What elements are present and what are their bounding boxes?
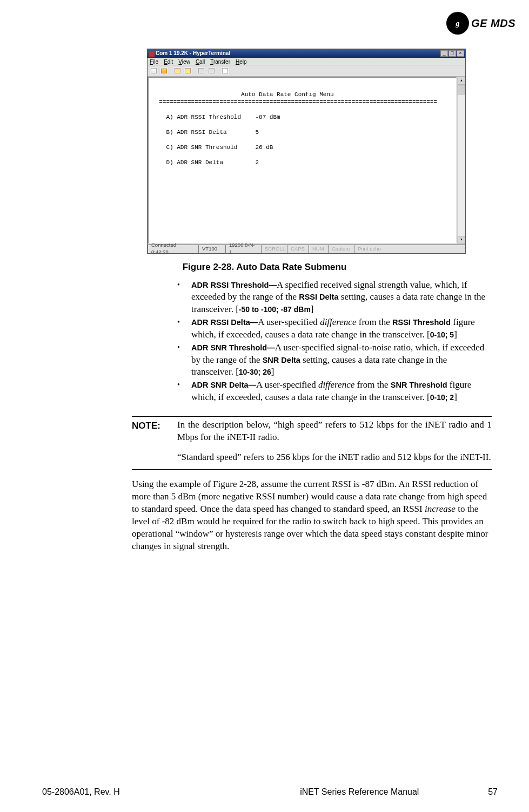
- list-item: •ADR SNR Delta—A user-specified differen…: [177, 379, 491, 403]
- minimize-button[interactable]: _: [440, 50, 448, 57]
- note-rule-top: [132, 416, 492, 417]
- bullet-icon: •: [177, 316, 191, 341]
- page-footer: 05-2806A01, Rev. H iNET Series Reference…: [0, 786, 529, 798]
- param-range: 0-10; 2: [430, 393, 454, 402]
- disconnect-icon[interactable]: [183, 66, 192, 75]
- emphasis: increase: [425, 504, 456, 514]
- svg-text:g: g: [456, 19, 460, 28]
- note-block: NOTE: In the description below, “high sp…: [132, 419, 492, 464]
- scrollbar[interactable]: ▴ ▾: [457, 77, 465, 244]
- menubar: File Edit View Call Transfer Help: [148, 58, 465, 65]
- open-icon[interactable]: [159, 66, 169, 75]
- window-title: Com 1 19.2K - HyperTerminal: [156, 50, 230, 57]
- scroll-up-icon[interactable]: ▴: [458, 77, 465, 85]
- param-range: 10-30; 26: [239, 368, 271, 376]
- bullet-icon: •: [177, 342, 191, 378]
- scroll-thumb[interactable]: [458, 85, 465, 94]
- note-p2: “Standard speed” refers to 256 kbps for …: [177, 451, 492, 464]
- list-item: •ADR SNR Threshold—A user-specified sign…: [177, 342, 491, 378]
- status-scroll: SCROLL: [261, 245, 287, 253]
- brand-logo: g GE MDS: [446, 12, 515, 35]
- status-num: NUM: [309, 245, 328, 253]
- figure-caption: Figure 2-28. Auto Data Rate Submenu: [0, 261, 529, 274]
- param-range: 0-10; 5: [430, 330, 454, 339]
- bullet-body: ADR RSSI Threshold—A specified received …: [191, 279, 491, 315]
- toolbar: [148, 65, 465, 77]
- bullet-icon: •: [177, 379, 191, 403]
- properties-icon[interactable]: [220, 66, 230, 75]
- status-connected: Connected 0:42:28: [148, 245, 198, 253]
- param-name: ADR SNR Delta—: [191, 381, 256, 389]
- menu-transfer[interactable]: Transfer: [210, 58, 230, 64]
- bullet-body: ADR RSSI Delta—A user-specified differen…: [191, 316, 491, 341]
- status-port: 19200 8-N-1: [225, 245, 261, 253]
- window-titlebar[interactable]: Com 1 19.2K - HyperTerminal _ □ ×: [148, 49, 465, 58]
- status-capture: Capture: [328, 245, 354, 253]
- note-rule-bottom: [132, 469, 492, 470]
- menu-view[interactable]: View: [178, 58, 190, 64]
- scroll-down-icon[interactable]: ▾: [458, 236, 465, 244]
- close-button[interactable]: ×: [457, 50, 464, 57]
- brand-text: GE MDS: [471, 16, 515, 31]
- emphasis: difference: [318, 380, 354, 390]
- body-paragraph: Using the example of Figure 2-28, assume…: [132, 478, 492, 553]
- receive-icon[interactable]: [207, 66, 216, 75]
- note-label: NOTE:: [132, 419, 177, 464]
- emphasis: difference: [320, 317, 356, 327]
- param-name: ADR RSSI Threshold—: [191, 281, 277, 289]
- statusbar: Connected 0:42:28 VT100 19200 8-N-1 SCRO…: [148, 244, 465, 253]
- param-ref: SNR Delta: [263, 356, 300, 364]
- note-body: In the description below, “high speed” r…: [177, 419, 492, 464]
- app-icon: [149, 51, 155, 57]
- bullet-body: ADR SNR Delta—A user-specified differenc…: [191, 379, 491, 403]
- param-range: -50 to -100; -87 dBm: [239, 305, 311, 314]
- ge-monogram-icon: g: [446, 12, 469, 35]
- list-item: •ADR RSSI Delta—A user-specified differe…: [177, 316, 491, 341]
- menu-help[interactable]: Help: [236, 58, 247, 64]
- status-echo: Print echo: [354, 245, 465, 253]
- connect-icon[interactable]: [173, 66, 182, 75]
- new-icon[interactable]: [149, 66, 158, 75]
- parameter-list: •ADR RSSI Threshold—A specified received…: [177, 279, 491, 403]
- bullet-body: ADR SNR Threshold—A user-specified signa…: [191, 342, 491, 378]
- param-ref: RSSI Delta: [299, 293, 338, 301]
- footer-doc-id: 05-2806A01, Rev. H: [42, 786, 254, 798]
- bullet-icon: •: [177, 279, 191, 315]
- footer-page: 57: [465, 786, 498, 798]
- param-name: ADR SNR Threshold—: [191, 343, 275, 352]
- param-name: ADR RSSI Delta—: [191, 318, 258, 327]
- menu-call[interactable]: Call: [196, 58, 205, 64]
- note-p1: In the description below, “high speed” r…: [177, 419, 492, 444]
- menu-file[interactable]: File: [150, 58, 158, 64]
- footer-doc-name: iNET Series Reference Manual: [254, 786, 466, 798]
- terminal-window: Com 1 19.2K - HyperTerminal _ □ × File E…: [147, 49, 466, 254]
- list-item: •ADR RSSI Threshold—A specified received…: [177, 279, 491, 315]
- terminal-output[interactable]: Auto Data Rate Config Menu =============…: [148, 77, 457, 244]
- param-ref: RSSI Threshold: [392, 318, 451, 327]
- status-emulation: VT100: [198, 245, 225, 253]
- menu-edit[interactable]: Edit: [164, 58, 173, 64]
- param-ref: SNR Threshold: [391, 381, 447, 389]
- status-caps: CAPS: [287, 245, 309, 253]
- maximize-button[interactable]: □: [448, 50, 456, 57]
- send-icon[interactable]: [197, 66, 206, 75]
